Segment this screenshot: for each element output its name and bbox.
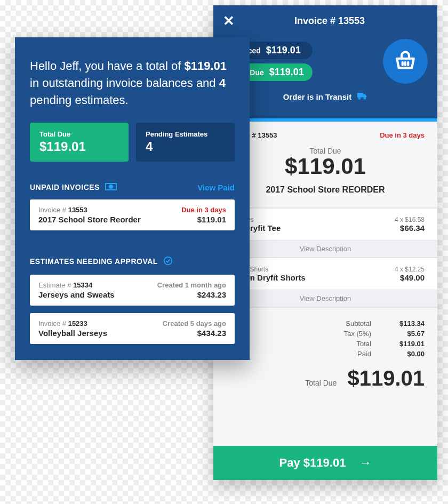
stat-total-due-value: $119.01 bbox=[39, 139, 119, 154]
pay-button-label: Pay $119.01 bbox=[279, 456, 346, 470]
total-label: Total bbox=[334, 340, 371, 348]
item-subtotal: $66.34 bbox=[400, 223, 425, 233]
item-qty: 4 x $16.58 bbox=[395, 216, 425, 223]
check-circle-icon bbox=[163, 256, 173, 267]
estimate-name: Jerseys and Sweats bbox=[38, 290, 115, 299]
invoiced-value: $119.01 bbox=[266, 45, 301, 56]
tax-value: $5.67 bbox=[387, 330, 425, 338]
truck-icon bbox=[357, 91, 367, 102]
invoice-amount: $119.01 bbox=[197, 215, 226, 224]
dashboard-panel: Hello Jeff, you have a total of $119.01 … bbox=[15, 37, 250, 360]
stat-pending-label: Pending Estimates bbox=[146, 130, 225, 138]
estimate-name: Volleyball Jerseys bbox=[38, 329, 107, 338]
invoice-card[interactable]: Invoice # 13553 Due in 3 days 2017 Schoo… bbox=[30, 199, 235, 230]
view-paid-link[interactable]: View Paid bbox=[197, 183, 235, 192]
svg-point-5 bbox=[364, 97, 366, 99]
item-subtotal: $49.00 bbox=[400, 273, 425, 282]
svg-point-7 bbox=[109, 185, 113, 188]
paid-value: $0.00 bbox=[387, 350, 425, 358]
pay-button[interactable]: Pay $119.01 → bbox=[213, 446, 437, 480]
stat-total-due-label: Total Due bbox=[39, 130, 119, 138]
invoice-due-badge: Due in 3 days bbox=[181, 206, 226, 214]
estimate-amount: $434.23 bbox=[197, 329, 226, 338]
invoice-ref: Invoice # 13553 bbox=[38, 206, 87, 214]
detail-title: Invoice # 13553 bbox=[245, 15, 414, 27]
basket-button[interactable] bbox=[383, 39, 428, 84]
tax-label: Tax (5%) bbox=[334, 330, 371, 338]
basket-icon bbox=[394, 50, 417, 73]
estimate-ref: Estimate # 15334 bbox=[38, 281, 92, 289]
unpaid-invoices-heading: UNPAID INVOICES bbox=[30, 183, 117, 192]
estimate-card[interactable]: Invoice # 15233 Created 5 days ago Volle… bbox=[30, 313, 235, 344]
estimate-amount: $243.23 bbox=[197, 290, 226, 299]
svg-point-8 bbox=[164, 257, 172, 264]
total-value: $119.01 bbox=[387, 340, 425, 348]
svg-rect-3 bbox=[357, 93, 363, 97]
stat-total-due[interactable]: Total Due $119.01 bbox=[30, 123, 129, 162]
paid-label: Paid bbox=[334, 350, 371, 358]
item-qty: 4 x $12.25 bbox=[395, 266, 425, 273]
close-icon[interactable]: ✕ bbox=[223, 13, 235, 29]
total-due-pill-value: $119.01 bbox=[269, 67, 304, 78]
money-icon bbox=[105, 183, 117, 192]
greeting-text: Hello Jeff, you have a total of $119.01 … bbox=[30, 58, 235, 109]
invoice-name: 2017 School Store Reorder bbox=[38, 215, 141, 224]
summary-due: Due in 3 days bbox=[380, 131, 425, 139]
summary-order-name: 2017 School Store REORDER bbox=[226, 185, 425, 195]
order-status: Order is in Transit bbox=[223, 91, 428, 102]
subtotal-label: Subtotal bbox=[334, 319, 371, 327]
estimate-meta: Created 1 month ago bbox=[157, 281, 226, 289]
stat-pending-estimates[interactable]: Pending Estimates 4 bbox=[136, 123, 235, 162]
total-due-value: $119.01 bbox=[347, 366, 425, 390]
estimate-meta: Created 5 days ago bbox=[163, 319, 226, 327]
estimate-card[interactable]: Estimate # 15334 Created 1 month ago Jer… bbox=[30, 275, 235, 306]
order-status-text: Order is in Transit bbox=[283, 92, 351, 101]
arrow-right-icon: → bbox=[359, 456, 371, 470]
summary-total-due-value: $119.01 bbox=[226, 155, 425, 178]
total-due-label: Total Due bbox=[305, 379, 337, 387]
stat-pending-value: 4 bbox=[146, 139, 225, 154]
subtotal-value: $113.34 bbox=[387, 319, 425, 327]
estimate-ref: Invoice # 15233 bbox=[38, 319, 87, 327]
estimates-heading: ESTIMATES NEEDING APPROVAL bbox=[30, 256, 173, 267]
svg-point-4 bbox=[359, 97, 361, 99]
